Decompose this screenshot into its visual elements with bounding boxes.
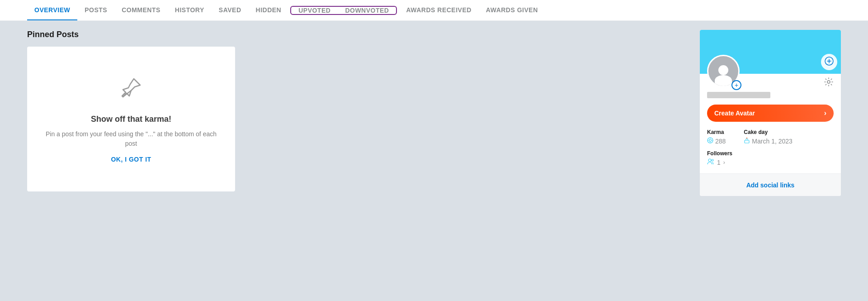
view-more-section[interactable]: Add social links xyxy=(700,173,841,196)
add-avatar-button[interactable]: + xyxy=(731,80,741,90)
cake-day-stat: Cake day March 1, 2023 xyxy=(744,129,793,145)
tab-history[interactable]: HISTORY xyxy=(168,0,212,20)
tab-awards-given[interactable]: AWARDS GIVEN xyxy=(479,0,545,20)
pinned-card-title: Show off that karma! xyxy=(91,115,171,124)
svg-point-1 xyxy=(827,81,830,83)
avatar-figure xyxy=(712,63,735,86)
tab-posts[interactable]: POSTS xyxy=(77,0,114,20)
cake-day-label: Cake day xyxy=(744,129,793,135)
cake-day-value: March 1, 2023 xyxy=(752,138,793,145)
ok-got-it-link[interactable]: OK, I GOT IT xyxy=(111,156,151,163)
tab-downvoted[interactable]: DOWNVOTED xyxy=(338,7,396,14)
tab-navigation: OVERVIEW POSTS COMMENTS HISTORY SAVED HI… xyxy=(0,0,868,21)
pinned-posts-title: Pinned Posts xyxy=(27,30,689,39)
create-avatar-button[interactable]: Create Avatar › xyxy=(707,105,834,122)
svg-point-3 xyxy=(709,139,712,142)
pinned-posts-card: Show off that karma! Pin a post from you… xyxy=(27,47,235,191)
svg-point-6 xyxy=(712,159,713,161)
pin-icon xyxy=(118,75,144,105)
avatar-head xyxy=(718,65,728,75)
right-sidebar: + xyxy=(700,30,841,196)
banner-plus-icon xyxy=(825,57,834,68)
followers-value: 1 xyxy=(717,159,721,166)
cake-icon xyxy=(744,137,750,145)
username-display xyxy=(707,92,770,98)
add-banner-button[interactable] xyxy=(821,54,837,70)
highlighted-tabs-group: UPVOTED DOWNVOTED xyxy=(290,6,397,15)
stats-row: Karma 288 xyxy=(707,129,834,145)
left-column: Pinned Posts Show off that karma! Pin a … xyxy=(27,30,689,196)
followers-icon xyxy=(707,158,714,166)
create-avatar-arrow-icon: › xyxy=(824,109,826,117)
tab-comments[interactable]: COMMENTS xyxy=(114,0,168,20)
tab-hidden[interactable]: HIDDEN xyxy=(249,0,289,20)
plus-icon: + xyxy=(735,81,738,89)
tab-awards-received[interactable]: AWARDS RECEIVED xyxy=(399,0,478,20)
avatar-wrapper: + xyxy=(707,55,740,87)
main-content: Pinned Posts Show off that karma! Pin a … xyxy=(0,21,868,205)
followers-label: Followers xyxy=(707,150,834,157)
profile-card: + xyxy=(700,30,841,196)
pinned-card-desc: Pin a post from your feed using the "...… xyxy=(42,129,221,148)
karma-label: Karma xyxy=(707,129,726,135)
karma-stat: Karma 288 xyxy=(707,129,726,145)
avatar-body xyxy=(715,75,732,86)
tab-saved[interactable]: SAVED xyxy=(212,0,249,20)
profile-card-body: Create Avatar › Karma xyxy=(700,74,841,173)
karma-value: 288 xyxy=(715,138,726,145)
tab-upvoted[interactable]: UPVOTED xyxy=(291,7,338,14)
settings-button[interactable] xyxy=(824,77,834,89)
more-label: Add social links xyxy=(746,182,795,189)
svg-point-5 xyxy=(708,159,711,162)
tab-overview[interactable]: OVERVIEW xyxy=(27,0,77,20)
followers-section: Followers 1 › xyxy=(707,150,834,166)
svg-rect-4 xyxy=(745,140,749,143)
karma-icon xyxy=(707,137,713,145)
create-avatar-label: Create Avatar xyxy=(714,110,755,117)
profile-banner: + xyxy=(700,30,841,74)
followers-arrow-icon[interactable]: › xyxy=(723,159,725,166)
